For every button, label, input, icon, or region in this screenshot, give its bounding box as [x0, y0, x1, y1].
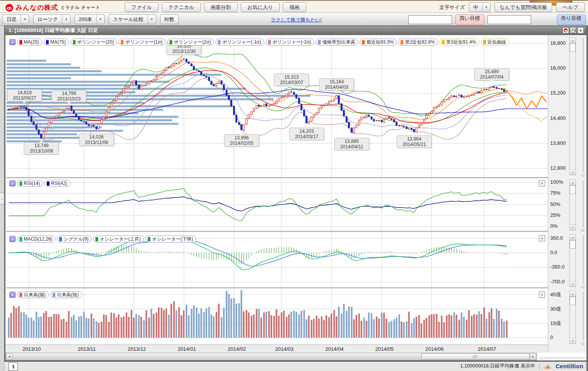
slider-triangle-icon[interactable]: ◁ — [581, 228, 584, 233]
sell-target-button[interactable]: 売り目標 — [557, 14, 586, 25]
vertical-zoom-slider[interactable]: ◁ — [580, 234, 586, 288]
buy-target-button[interactable]: 買い目標 — [455, 14, 484, 25]
legend-item[interactable]: 価格帯別出来高 — [316, 39, 358, 46]
scroll-down-icon[interactable]: ▼ — [570, 281, 576, 287]
technical-button[interactable]: テクニカル — [162, 2, 201, 12]
vertical-scrollbar[interactable]: ▲▼ — [569, 37, 576, 175]
legend-item[interactable]: 最近似93.3% — [360, 39, 397, 46]
legend-item[interactable]: 第2近似92.8% — [398, 39, 438, 46]
slider-triangle-icon[interactable]: ◁ — [581, 172, 584, 178]
legend-item[interactable]: オシレーター(上昇) — [93, 236, 144, 243]
vertical-scroll-thumb[interactable] — [570, 43, 576, 52]
buy-target-input[interactable] — [408, 15, 452, 24]
axis-tick-label: 16,000 — [550, 65, 566, 71]
annotation-date: 2013/10/23 — [52, 96, 86, 102]
mascot-titlebar-icon[interactable] — [563, 27, 569, 33]
vertical-scroll-thumb[interactable] — [570, 185, 576, 194]
legend-collapse-button[interactable]: ▲ — [9, 180, 16, 186]
vertical-scrollbar[interactable]: ▲▼ — [569, 179, 576, 230]
restore-window-icon[interactable] — [570, 27, 576, 33]
legend-item[interactable]: オシレーター(下降) — [145, 236, 196, 243]
scale-compare-select[interactable]: スケール比較 ▼ — [109, 14, 156, 24]
legend-item[interactable]: MACD(12,26) — [17, 236, 55, 243]
scroll-up-icon[interactable]: ▲ — [570, 38, 576, 43]
panel-separator[interactable] — [6, 231, 548, 232]
x-axis-label: 2014/06 — [425, 346, 443, 352]
legend-item[interactable]: ボリンジャー(20) — [71, 39, 117, 46]
close-panel-icon[interactable]: × — [539, 235, 545, 241]
close-panel-icon[interactable]: × — [539, 292, 545, 298]
promo-link[interactable]: ラクして株で勝ちたい! — [271, 17, 322, 23]
legend-item[interactable]: RSI(14) — [17, 180, 43, 187]
legend-item[interactable]: 近似曲線 — [481, 39, 509, 46]
chart-window-titlebar[interactable]: 1: [100000018] 日経平均株価 大証 日足 × — [4, 26, 586, 35]
legend-label: シグナル(9) — [64, 236, 88, 243]
chart-type-select[interactable]: ローソク ▼ — [33, 14, 71, 24]
slider-triangle-icon[interactable]: ◁ — [581, 341, 584, 346]
favorites-button[interactable]: お気に入り — [241, 2, 280, 12]
scroll-down-icon[interactable]: ▼ — [570, 169, 576, 175]
vertical-scrollbar[interactable]: ▲▼ — [569, 291, 576, 344]
period-select[interactable]: 日足 ▼ — [2, 14, 29, 24]
legend-item[interactable]: シグナル(9) — [57, 236, 92, 243]
draw-button[interactable]: 描画 — [283, 2, 306, 12]
price-annotation: 15,4902014/07/04 — [474, 68, 509, 81]
horizontal-scroll-thumb[interactable] — [421, 353, 530, 360]
scroll-up-icon[interactable]: ▲ — [570, 235, 576, 240]
annotation-date: 2014/02/05 — [224, 141, 259, 146]
axis-tick-label: 15億 — [550, 320, 561, 327]
font-size-select[interactable]: 中 ▼ — [469, 2, 491, 12]
panel-separator[interactable] — [6, 287, 548, 288]
chart-window-title: 1: [100000018] 日経平均株価 大証 日足 — [9, 27, 98, 34]
vertical-zoom-slider[interactable]: ◁ — [580, 291, 586, 345]
legend-item[interactable]: ボリンジャー(-2σ) — [266, 39, 314, 46]
log-scale-button[interactable]: 対数 — [160, 14, 179, 24]
slider-triangle-icon[interactable]: ◁ — [581, 284, 584, 289]
legend-item[interactable]: ボリンジャー(1σ) — [118, 39, 165, 46]
scroll-down-icon[interactable]: ▼ — [570, 338, 576, 343]
app-header: みんなの株式 ミラクル チャート ファイル テクニカル 画面分割 お気に入り 描… — [0, 0, 588, 13]
annotation-price: 15,164 — [320, 79, 354, 84]
legend-collapse-button[interactable]: ▲ — [9, 292, 16, 298]
window-frame-left — [4, 26, 5, 371]
vertical-zoom-slider[interactable]: ◁ — [580, 37, 586, 177]
scroll-up-icon[interactable]: ▲ — [570, 180, 576, 185]
vertical-scroll-thumb[interactable] — [570, 240, 576, 249]
scroll-down-icon[interactable]: ▼ — [570, 225, 576, 230]
window-frame-right — [586, 26, 588, 371]
legend-item[interactable]: ボリンジャー(-1σ) — [215, 39, 264, 46]
slider-triangle-icon[interactable]: ◁ — [539, 355, 542, 360]
split-screen-button[interactable]: 画面分割 — [204, 2, 238, 12]
legend-item[interactable]: 出来高(陰) — [50, 291, 82, 298]
chart-tab-1[interactable]: 1 — [9, 362, 18, 371]
close-panel-icon[interactable]: × — [539, 180, 545, 186]
vertical-zoom-slider[interactable]: ◁ — [580, 179, 586, 232]
legend-item[interactable]: MA(25) — [17, 39, 42, 46]
bar-count-select[interactable]: 200本 ▼ — [74, 14, 105, 24]
horizontal-scrollbar[interactable]: ◀ ▶ — [5, 353, 537, 360]
scroll-up-icon[interactable]: ▲ — [570, 291, 576, 297]
vertical-scroll-thumb[interactable] — [570, 297, 576, 305]
legend-item[interactable]: 出来高(陽) — [17, 291, 49, 298]
sell-target-input[interactable] — [487, 15, 531, 24]
chevron-down-icon: ▼ — [62, 15, 70, 24]
help-button[interactable]: ヘルプ — [556, 2, 585, 12]
legend-item[interactable]: MA(75) — [44, 39, 69, 46]
horizontal-zoom-slider[interactable]: ◁ — [539, 355, 586, 360]
side-panel-toggle[interactable]: › — [0, 193, 4, 204]
close-window-icon[interactable]: × — [577, 27, 584, 33]
legend-label: 出来高(陰) — [57, 292, 79, 298]
legend-item[interactable]: 第3近似91.4% — [440, 39, 479, 46]
vertical-scrollbar[interactable]: ▲▼ — [569, 234, 576, 287]
panel-separator[interactable] — [6, 177, 548, 178]
legend-collapse-button[interactable]: ▲ — [9, 236, 16, 242]
annotation-price: 13,996 — [224, 135, 259, 141]
file-button[interactable]: ファイル — [125, 2, 159, 12]
legend-item[interactable]: ボリンジャー(2σ) — [167, 39, 214, 46]
scroll-left-icon[interactable]: ◀ — [6, 353, 12, 360]
scroll-right-icon[interactable]: ▶ — [530, 353, 536, 360]
axis-tick-label: 14,400 — [550, 115, 566, 121]
legend-collapse-button[interactable]: ▲ — [9, 39, 16, 45]
legend-item[interactable]: RSI(42) — [44, 180, 70, 187]
qa-board-button[interactable]: なんでも質問!掲示板 — [494, 2, 552, 12]
